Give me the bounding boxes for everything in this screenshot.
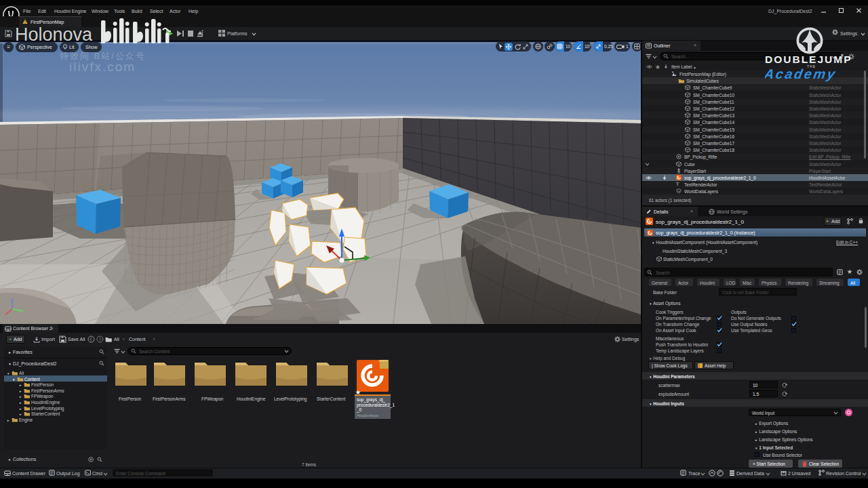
svg-text:DOUBLEJUMP: DOUBLEJUMP [765,54,852,65]
svg-text:Academy: Academy [765,66,837,81]
